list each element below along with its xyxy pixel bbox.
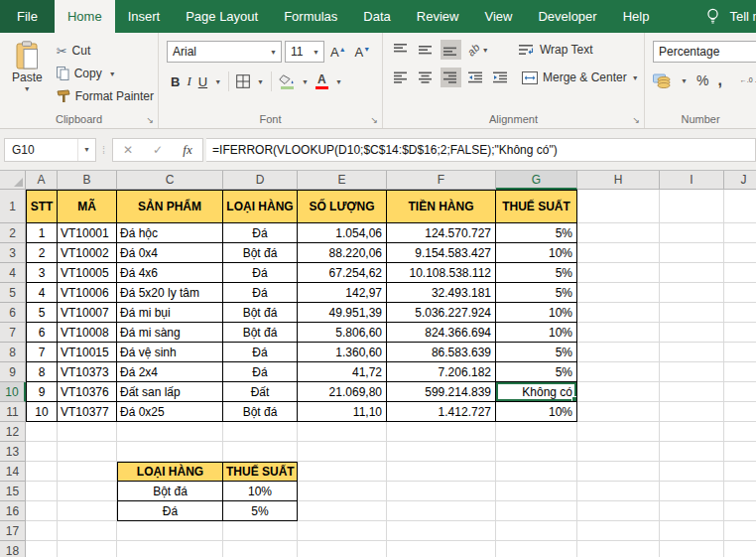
cell-H12[interactable] <box>577 422 660 442</box>
cell-J17[interactable] <box>724 521 756 541</box>
cell-I7[interactable] <box>660 323 724 343</box>
cell-E18[interactable] <box>298 541 387 557</box>
cell-D6[interactable]: Bột đá <box>223 303 298 323</box>
cell-H11[interactable] <box>577 402 660 422</box>
cell-H17[interactable] <box>577 521 660 541</box>
cell-F13[interactable] <box>387 442 496 462</box>
cell-D11[interactable]: Bột đá <box>223 402 298 422</box>
cell-F11[interactable]: 1.412.727 <box>387 402 496 422</box>
cell-E9[interactable]: 41,72 <box>298 362 387 382</box>
cell-A9[interactable]: 8 <box>26 362 58 382</box>
cell-E12[interactable] <box>298 422 387 442</box>
row-header-8[interactable]: 8 <box>0 343 26 362</box>
cell-F9[interactable]: 7.206.182 <box>387 362 496 382</box>
cell-J4[interactable] <box>724 263 756 283</box>
cell-J11[interactable] <box>724 402 756 422</box>
enter-icon[interactable]: ✓ <box>143 143 173 157</box>
align-center-button[interactable] <box>416 68 437 87</box>
column-header-D[interactable]: D <box>223 171 298 190</box>
row-header-1[interactable]: 1 <box>0 190 26 223</box>
font-name-select[interactable]: Arial ▼ <box>167 41 282 63</box>
increase-font-button[interactable]: A▲ <box>327 45 349 60</box>
cell-F15[interactable] <box>387 482 496 501</box>
row-header-18[interactable]: 18 <box>0 541 26 557</box>
cell-I14[interactable] <box>660 462 724 482</box>
cell-E7[interactable]: 5.806,60 <box>298 323 387 343</box>
name-box[interactable]: G10 ▼ <box>4 138 96 162</box>
underline-dropdown-icon[interactable]: ▼ <box>214 78 221 85</box>
row-header-12[interactable]: 12 <box>0 422 26 442</box>
row-header-11[interactable]: 11 <box>0 402 26 422</box>
copy-button[interactable]: Copy ▼ <box>57 64 154 83</box>
cell-F7[interactable]: 824.366.694 <box>387 323 496 343</box>
cell-B17[interactable] <box>58 521 117 541</box>
cell-B5[interactable]: VT10006 <box>58 283 117 303</box>
cell-H10[interactable] <box>577 382 660 402</box>
cell-B9[interactable]: VT10373 <box>58 362 117 382</box>
cell-A8[interactable]: 7 <box>26 343 58 362</box>
cell-H14[interactable] <box>577 462 660 482</box>
cell-I10[interactable] <box>660 382 724 402</box>
fill-color-button[interactable] <box>279 74 295 89</box>
tab-file[interactable]: File <box>0 0 55 33</box>
cell-J14[interactable] <box>724 462 756 482</box>
row-header-15[interactable]: 15 <box>0 482 26 501</box>
cell-J15[interactable] <box>724 482 756 501</box>
tab-developer[interactable]: Developer <box>525 0 609 33</box>
cell-A11[interactable]: 10 <box>26 402 58 422</box>
tab-data[interactable]: Data <box>350 0 403 33</box>
cell-A16[interactable] <box>26 501 58 521</box>
cell-B3[interactable]: VT10002 <box>58 243 117 263</box>
cell-C18[interactable] <box>117 541 223 557</box>
cell-G14[interactable] <box>496 462 577 482</box>
cell-G2[interactable]: 5% <box>496 223 577 243</box>
cell-B14[interactable] <box>58 462 117 482</box>
cell-J1[interactable] <box>724 190 756 223</box>
align-right-button[interactable] <box>441 68 461 87</box>
cell-D8[interactable]: Đá <box>223 343 298 362</box>
row-header-3[interactable]: 3 <box>0 243 26 263</box>
cell-H15[interactable] <box>577 482 660 501</box>
increase-decimal-button[interactable]: ←.0 .00 <box>740 76 756 84</box>
cell-E1[interactable]: SỐ LƯỢNG <box>298 190 387 223</box>
cell-H18[interactable] <box>577 541 660 557</box>
format-painter-button[interactable]: Format Painter <box>57 86 154 106</box>
decrease-font-button[interactable]: A▼ <box>352 45 374 60</box>
cell-I3[interactable] <box>660 243 724 263</box>
column-header-A[interactable]: A <box>26 171 58 190</box>
cell-J2[interactable] <box>724 223 756 243</box>
cell-I11[interactable] <box>660 402 724 422</box>
row-header-13[interactable]: 13 <box>0 442 26 462</box>
font-dialog-launcher-icon[interactable]: ↘ <box>370 116 378 125</box>
cell-B7[interactable]: VT10008 <box>58 323 117 343</box>
fill-color-dropdown-icon[interactable]: ▼ <box>302 78 309 85</box>
cell-G1[interactable]: THUẾ SUẤT <box>496 190 577 223</box>
row-header-10[interactable]: 10 <box>0 382 26 402</box>
cell-D4[interactable]: Đá <box>223 263 298 283</box>
cell-C10[interactable]: Đất san lấp <box>117 382 223 402</box>
font-color-dropdown-icon[interactable]: ▼ <box>335 78 342 85</box>
cell-F14[interactable] <box>387 462 496 482</box>
cell-C8[interactable]: Đá vệ sinh <box>117 343 223 362</box>
cell-J3[interactable] <box>724 243 756 263</box>
merge-center-dropdown-icon[interactable]: ▼ <box>632 74 639 81</box>
cell-G5[interactable]: 5% <box>496 283 577 303</box>
row-header-17[interactable]: 17 <box>0 521 26 541</box>
cell-C11[interactable]: Đá 0x25 <box>117 402 223 422</box>
cell-D1[interactable]: LOẠI HÀNG <box>223 190 298 223</box>
italic-button[interactable]: I <box>187 73 190 89</box>
row-header-16[interactable]: 16 <box>0 501 26 521</box>
cell-C4[interactable]: Đá 4x6 <box>117 263 223 283</box>
cell-E4[interactable]: 67.254,62 <box>298 263 387 283</box>
accounting-format-icon[interactable] <box>653 73 672 88</box>
cell-I6[interactable] <box>660 303 724 323</box>
cell-G8[interactable]: 5% <box>496 343 577 362</box>
cell-A15[interactable] <box>26 482 58 501</box>
cell-B6[interactable]: VT10007 <box>58 303 117 323</box>
cell-C9[interactable]: Đá 2x4 <box>117 362 223 382</box>
formula-bar-divider[interactable]: ⁞ <box>96 144 112 156</box>
row-header-2[interactable]: 2 <box>0 223 26 243</box>
cell-I16[interactable] <box>660 501 724 521</box>
cell-F18[interactable] <box>387 541 496 557</box>
cell-F4[interactable]: 10.108.538.112 <box>387 263 496 283</box>
